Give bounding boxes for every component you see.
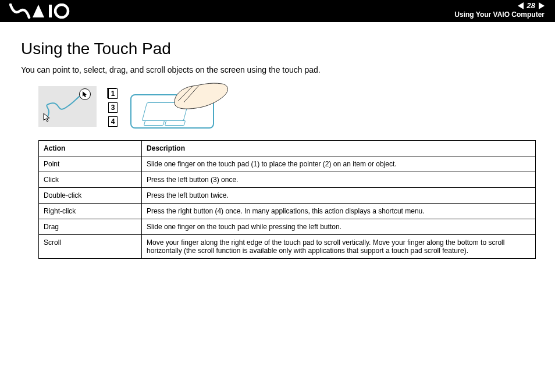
pointer-target-icon bbox=[79, 88, 91, 100]
page-title: Using the Touch Pad bbox=[21, 40, 538, 58]
cell-description: Press the right button (4) once. In many… bbox=[142, 204, 536, 219]
cursor-icon bbox=[43, 113, 51, 122]
table-row: ScrollMove your finger along the right e… bbox=[39, 235, 536, 259]
table-row: PointSlide one finger on the touch pad (… bbox=[39, 156, 536, 172]
table-row: DragSlide one finger on the touch pad wh… bbox=[39, 219, 536, 235]
vaio-logo bbox=[9, 3, 79, 19]
page-header: 28 Using Your VAIO Computer bbox=[0, 0, 555, 22]
cell-description: Slide one finger on the touch pad (1) to… bbox=[142, 156, 536, 172]
figure-row: 2 1 3 4 bbox=[38, 86, 538, 130]
callout-1: 1 bbox=[108, 88, 118, 99]
cell-description: Slide one finger on the touch pad while … bbox=[142, 219, 536, 235]
cell-description: Move your finger along the right edge of… bbox=[142, 235, 536, 259]
page-content: Using the Touch Pad You can point to, se… bbox=[0, 22, 555, 259]
callout-3: 3 bbox=[108, 102, 118, 113]
section-title: Using Your VAIO Computer bbox=[454, 10, 545, 19]
cell-description: Press the left button (3) once. bbox=[142, 172, 536, 188]
cell-action: Right-click bbox=[39, 204, 142, 219]
table-header-description: Description bbox=[142, 141, 536, 156]
figure-pointer: 2 bbox=[38, 86, 97, 127]
callout-4: 4 bbox=[108, 116, 118, 127]
figure-touchpad: 1 3 4 bbox=[108, 86, 223, 130]
cell-action: Drag bbox=[39, 219, 142, 235]
cell-description: Press the left button twice. bbox=[142, 188, 536, 204]
svg-point-1 bbox=[55, 5, 68, 17]
svg-rect-0 bbox=[49, 5, 52, 17]
intro-text: You can point to, select, drag, and scro… bbox=[21, 65, 538, 74]
cell-action: Scroll bbox=[39, 235, 142, 259]
cell-action: Double-click bbox=[39, 188, 142, 204]
cell-action: Point bbox=[39, 156, 142, 172]
table-row: ClickPress the left button (3) once. bbox=[39, 172, 536, 188]
page-number: 28 bbox=[527, 1, 535, 10]
table-row: Double-clickPress the left button twice. bbox=[39, 188, 536, 204]
touchpad-left-button bbox=[144, 120, 165, 126]
prev-page-arrow[interactable] bbox=[518, 2, 524, 9]
touchpad-right-button bbox=[165, 120, 186, 126]
hand-icon bbox=[166, 79, 230, 111]
table-row: Right-clickPress the right button (4) on… bbox=[39, 204, 536, 219]
cell-action: Click bbox=[39, 172, 142, 188]
actions-table: Action Description PointSlide one finger… bbox=[38, 140, 536, 259]
table-header-action: Action bbox=[39, 141, 142, 156]
next-page-arrow[interactable] bbox=[539, 2, 545, 9]
